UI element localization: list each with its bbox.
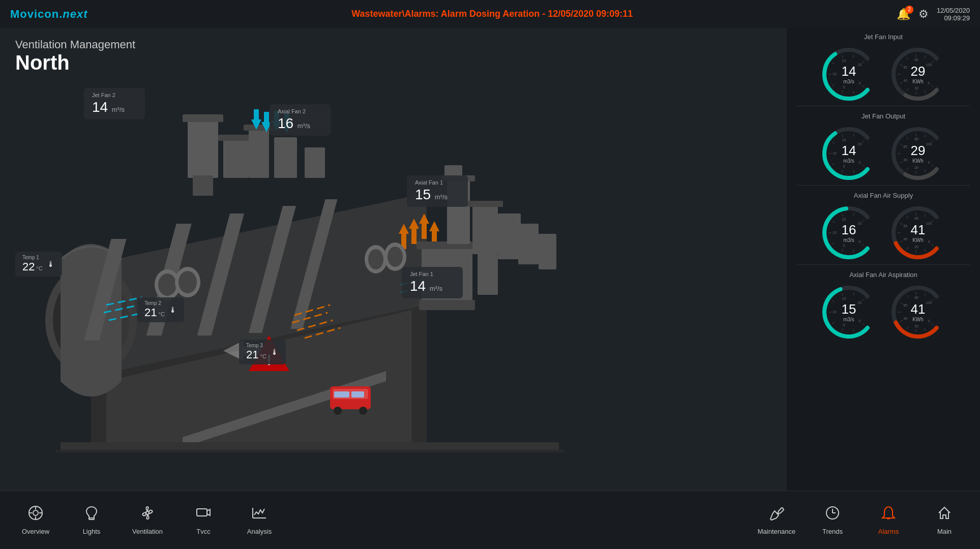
gauge-center: 16m3/s: [842, 223, 856, 243]
svg-line-158: [842, 293, 843, 296]
svg-line-146: [925, 214, 926, 217]
svg-rect-15: [274, 137, 297, 178]
jet-fan2-unit: m³/s: [110, 106, 125, 113]
nav-main[interactable]: Main: [919, 497, 970, 543]
svg-text:0: 0: [928, 240, 930, 243]
right-panel: Jet Fan Input0510152014m3/s0204060801002…: [787, 28, 980, 491]
svg-line-154: [832, 322, 835, 324]
thermometer2-icon: 🌡: [169, 306, 177, 315]
nav-ventilation[interactable]: Ventilation: [122, 497, 173, 543]
svg-text:100: 100: [926, 63, 932, 67]
gear-icon[interactable]: ⚙: [918, 8, 929, 21]
svg-rect-53: [539, 234, 556, 269]
nav-alarms[interactable]: Alarms: [863, 497, 914, 543]
temp3-box: Temp 3 21 °C 🌡: [239, 340, 286, 364]
jet-fan2-box: Jet Fan 2 14 m³/s: [84, 88, 145, 119]
nav-main-label: Main: [937, 528, 952, 535]
svg-line-104: [916, 171, 916, 174]
svg-line-58: [853, 91, 854, 94]
svg-line-168: [907, 326, 908, 329]
svg-point-30: [368, 249, 383, 269]
gauge-center: 14m3/s: [842, 65, 856, 84]
svg-line-84: [925, 55, 926, 58]
gauge-value: 29: [911, 144, 926, 157]
svg-line-135: [916, 250, 916, 253]
temp2-label: Temp 2: [144, 300, 165, 306]
axial-fan2-unit: m³/s: [295, 122, 310, 130]
svg-line-152: [842, 328, 843, 331]
gauge-wrap: 02040608010029KWh: [887, 44, 948, 105]
svg-line-90: [842, 170, 843, 173]
nav-trends[interactable]: Trends: [807, 497, 858, 543]
gauge-center: 29KWh: [911, 65, 926, 84]
nav-lights[interactable]: Lights: [66, 497, 117, 543]
svg-line-81: [907, 57, 908, 60]
svg-line-61: [832, 84, 835, 86]
svg-line-127: [842, 214, 843, 217]
bell-icon[interactable]: 🔔 2: [897, 8, 910, 21]
svg-text:15: 15: [842, 297, 846, 300]
gauge-wrap: 0510152014m3/s: [818, 123, 879, 184]
nav-tvcc[interactable]: Tvcc: [178, 497, 229, 543]
header: Movicon.next Wastewater\Alarms: Alarm Do…: [0, 0, 980, 28]
svg-rect-11: [223, 137, 249, 178]
svg-line-121: [842, 249, 843, 252]
svg-text:5: 5: [843, 244, 845, 248]
main-icon: [936, 505, 953, 525]
svg-rect-8: [188, 117, 218, 178]
svg-line-123: [832, 243, 835, 245]
nav-right-group: Maintenance Trends Alarms Main: [751, 497, 970, 543]
svg-text:20: 20: [914, 166, 918, 169]
bell-badge: 2: [905, 6, 913, 14]
svg-rect-51: [498, 214, 521, 259]
analysis-icon: [251, 505, 268, 525]
overview-icon: [27, 505, 44, 525]
svg-line-137: [907, 247, 908, 250]
logo-movicon: Movicon.: [10, 8, 63, 20]
svg-line-98: [853, 134, 854, 137]
svg-line-72: [925, 90, 926, 94]
svg-text:40: 40: [903, 79, 907, 82]
svg-line-149: [862, 323, 865, 325]
gauge-row-2: 0510152016m3/s02040608010041KWh: [797, 202, 970, 263]
temp1-unit: °C: [35, 265, 42, 271]
gauge-wrap: 02040608010041KWh: [887, 202, 948, 263]
svg-text:20: 20: [914, 324, 918, 328]
svg-point-28: [179, 271, 197, 293]
gauge-container: 02040608010041KWh: [887, 202, 948, 263]
svg-line-107: [900, 162, 903, 163]
gauge-container: 02040608010029KWh: [887, 44, 948, 105]
svg-text:80: 80: [914, 217, 918, 220]
gauge-value: 41: [911, 302, 926, 316]
svg-rect-50: [478, 254, 498, 295]
gauge-wrap: 0510152015m3/s: [818, 282, 879, 343]
gauge-value: 14: [842, 144, 856, 157]
svg-line-130: [862, 220, 865, 222]
axial-fan1-value: 15: [415, 187, 431, 203]
gauge-unit: m3/s: [842, 158, 856, 164]
svg-line-141: [900, 223, 903, 225]
svg-line-175: [916, 292, 916, 295]
page-main-title: North: [15, 51, 135, 74]
svg-text:100: 100: [926, 301, 932, 304]
section-divider: [797, 185, 970, 186]
svg-line-132: [931, 244, 934, 246]
nav-analysis[interactable]: Analysis: [234, 497, 285, 543]
nav-overview[interactable]: Overview: [10, 497, 61, 543]
nav-maintenance[interactable]: Maintenance: [751, 497, 802, 543]
svg-text:10: 10: [833, 151, 837, 155]
gauge-center: 15m3/s: [842, 302, 856, 322]
gauge-section-title-2: Axial Fan Air Supply: [797, 192, 970, 199]
svg-rect-44: [419, 300, 475, 310]
svg-line-160: [853, 292, 854, 295]
svg-line-166: [916, 329, 916, 332]
svg-line-177: [925, 293, 926, 296]
gauge-section-title-0: Jet Fan Input: [797, 33, 970, 41]
temp3-label: Temp 3: [246, 343, 266, 348]
gauge-unit: KWh: [911, 79, 926, 84]
svg-text:20: 20: [914, 86, 918, 90]
svg-line-138: [900, 241, 903, 242]
temp1-box: Temp 1 22 °C 🌡: [15, 252, 62, 277]
gauge-unit: m3/s: [842, 317, 856, 322]
svg-line-120: [853, 250, 854, 253]
